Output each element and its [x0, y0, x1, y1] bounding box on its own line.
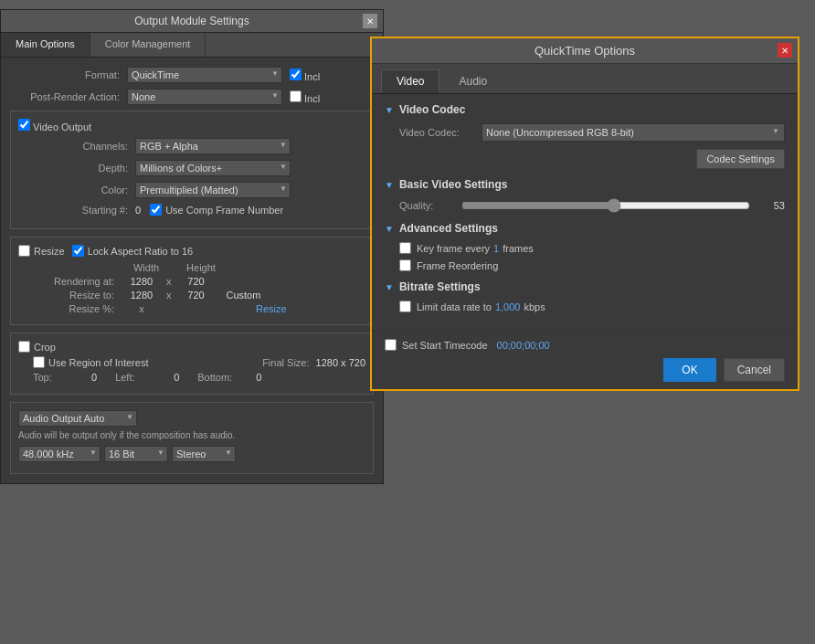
video-output-label[interactable]: Video Output	[18, 119, 91, 132]
key-frame-label: Key frame every	[417, 243, 490, 254]
qt-content: ▼ Video Codec Video Codec: None (Uncompr…	[372, 94, 798, 331]
use-comp-frame-label[interactable]: Use Comp Frame Number	[150, 204, 283, 216]
rendering-at-label: Rendering at:	[18, 276, 114, 287]
crop-header-row: Crop	[18, 341, 365, 353]
advanced-settings-header[interactable]: ▼ Advanced Settings	[385, 222, 785, 235]
codec-select[interactable]: None (Uncompressed RGB 8-bit)	[482, 123, 785, 142]
oms-close-button[interactable]: ✕	[363, 14, 377, 28]
include2-checkbox-label[interactable]: Incl	[290, 90, 320, 104]
audio-settings-row: 48.000 kHz 16 Bit Stereo	[18, 446, 365, 462]
limit-data-rate-label: Limit data rate to	[417, 301, 492, 312]
set-start-timecode-checkbox[interactable]	[385, 339, 397, 351]
qt-tab-audio[interactable]: Audio	[443, 69, 503, 93]
resize-label[interactable]: Resize	[18, 245, 65, 257]
set-start-timecode-label: Set Start Timecode	[402, 340, 488, 351]
post-render-select[interactable]: None	[127, 89, 282, 105]
crop-coords-row: Top: 0 Left: 0 Bottom: 0	[33, 372, 365, 383]
resize-header: Resize Lock Aspect Ratio to 16	[18, 245, 365, 257]
col-headers: Width Height	[119, 262, 365, 273]
oms-title: Output Module Settings	[134, 15, 249, 27]
starting-hash-label: Starting #:	[18, 205, 128, 216]
qt-title: QuickTime Options	[535, 44, 635, 58]
oms-dialog: Output Module Settings ✕ Main Options Co…	[0, 9, 384, 484]
qt-buttons: OK Cancel	[385, 358, 785, 382]
audio-channels-wrap[interactable]: Stereo	[172, 446, 236, 462]
tab-main-options[interactable]: Main Options	[1, 33, 90, 57]
include2-checkbox[interactable]	[290, 90, 302, 102]
lock-aspect-checkbox[interactable]	[72, 245, 84, 257]
key-frame-frames: 1	[493, 243, 499, 254]
color-select-wrap[interactable]: Premultiplied (Matted)	[135, 182, 291, 198]
quality-row: Quality: 53	[399, 198, 785, 213]
video-codec-title: Video Codec	[399, 103, 465, 116]
resize-to-row: Resize to: 1280 x 720 Custom	[18, 290, 365, 301]
format-row: Format: QuickTime Incl	[10, 67, 374, 83]
resize-pct-label: Resize %:	[18, 303, 114, 314]
codec-label: Video Codec:	[399, 127, 482, 138]
oms-title-bar: Output Module Settings ✕	[1, 10, 383, 33]
qt-dialog: QuickTime Options ✕ Video Audio ▼ Video …	[370, 37, 799, 391]
audio-output-select[interactable]: Audio Output Auto	[18, 410, 137, 427]
audio-output-select-wrap[interactable]: Audio Output Auto	[18, 410, 137, 427]
use-roi-checkbox[interactable]	[33, 356, 45, 368]
frame-reordering-row: Frame Reordering	[399, 259, 785, 271]
bitrate-header[interactable]: ▼ Bitrate Settings	[385, 280, 785, 293]
resize-to-h: 720	[174, 290, 219, 301]
resize-to-w: 1280	[119, 290, 164, 301]
format-label: Format:	[10, 69, 120, 80]
codec-select-wrap[interactable]: None (Uncompressed RGB 8-bit)	[482, 123, 785, 142]
cancel-button[interactable]: Cancel	[724, 358, 785, 382]
resize-pct-row: Resize %: x Resize	[18, 303, 365, 314]
color-select[interactable]: Premultiplied (Matted)	[135, 182, 291, 198]
format-select-wrap[interactable]: QuickTime	[127, 67, 282, 83]
timecode-row: Set Start Timecode 00;00;00;00	[385, 339, 785, 351]
limit-data-rate-unit: kbps	[524, 301, 545, 312]
starting-hash-value: 0	[135, 205, 141, 216]
use-comp-frame-checkbox[interactable]	[150, 204, 162, 216]
width-col-header: Width	[119, 262, 174, 273]
basic-video-section: ▼ Basic Video Settings Quality: 53	[385, 178, 785, 213]
lock-aspect-wrap[interactable]: Lock Aspect Ratio to 16	[72, 245, 194, 257]
codec-settings-button[interactable]: Codec Settings	[696, 149, 785, 169]
basic-video-title: Basic Video Settings	[399, 178, 507, 191]
include-checkbox[interactable]	[290, 69, 302, 80]
quality-slider[interactable]	[461, 198, 750, 213]
video-codec-header[interactable]: ▼ Video Codec	[385, 103, 785, 116]
audio-channels-select[interactable]: Stereo	[172, 446, 236, 462]
frame-reordering-checkbox[interactable]	[399, 259, 411, 271]
resize-btn[interactable]: Resize	[256, 303, 287, 314]
resize-section: Resize Lock Aspect Ratio to 16 Width Hei…	[10, 237, 374, 325]
basic-video-header[interactable]: ▼ Basic Video Settings	[385, 178, 785, 191]
depth-select-wrap[interactable]: Millions of Colors+	[135, 160, 291, 176]
bitrate-title: Bitrate Settings	[399, 280, 481, 293]
final-size-value: 1280 x 720	[316, 357, 365, 368]
channels-select[interactable]: RGB + Alpha	[135, 138, 291, 154]
rendering-at-row: Rendering at: 1280 x 720	[18, 276, 365, 287]
crop-checkbox[interactable]	[18, 341, 30, 353]
limit-data-rate-row: Limit data rate to 1,000 kbps	[399, 301, 785, 312]
bit-depth-select[interactable]: 16 Bit	[104, 446, 168, 462]
bit-depth-wrap[interactable]: 16 Bit	[104, 446, 168, 462]
use-roi-label[interactable]: Use Region of Interest	[33, 356, 148, 368]
depth-select[interactable]: Millions of Colors+	[135, 160, 291, 176]
sample-rate-wrap[interactable]: 48.000 kHz	[18, 446, 101, 462]
post-render-select-wrap[interactable]: None	[127, 89, 282, 105]
advanced-title: Advanced Settings	[399, 222, 498, 235]
limit-data-rate-checkbox[interactable]	[399, 301, 411, 312]
format-select[interactable]: QuickTime	[127, 67, 282, 83]
qt-tab-video[interactable]: Video	[381, 69, 439, 93]
key-frame-unit: frames	[503, 243, 534, 254]
qt-close-button[interactable]: ✕	[778, 43, 792, 58]
tab-color-management[interactable]: Color Management	[90, 33, 206, 57]
sample-rate-select[interactable]: 48.000 kHz	[18, 446, 101, 462]
channels-select-wrap[interactable]: RGB + Alpha	[135, 138, 291, 154]
bitrate-inner: Limit data rate to 1,000 kbps	[385, 301, 785, 312]
video-codec-section: ▼ Video Codec Video Codec: None (Uncompr…	[385, 103, 785, 169]
video-output-checkbox[interactable]	[18, 119, 30, 131]
include-checkbox-label[interactable]: Incl	[290, 69, 320, 82]
resize-checkbox[interactable]	[18, 245, 30, 257]
ok-button[interactable]: OK	[663, 358, 715, 382]
key-frame-checkbox[interactable]	[399, 242, 411, 254]
quality-value: 53	[757, 200, 785, 211]
crop-label[interactable]: Crop	[18, 341, 56, 353]
